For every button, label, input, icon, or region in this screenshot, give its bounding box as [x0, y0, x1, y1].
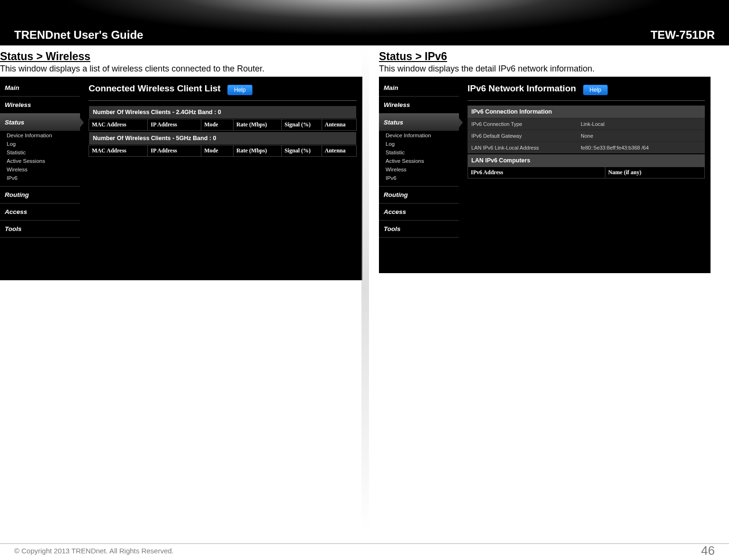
sidebar-item-routing[interactable]: Routing [0, 186, 80, 204]
section-desc-wireless: This window displays a list of wireless … [0, 64, 362, 74]
divider [89, 100, 357, 101]
sidebar-item-status[interactable]: Status [379, 114, 459, 131]
sidebar-item-routing[interactable]: Routing [379, 186, 459, 204]
product-model: TEW-751DR [650, 28, 715, 42]
info-key: IPv6 Default Gateway [468, 130, 577, 142]
column-divider [361, 45, 369, 532]
sidebar-sub[interactable]: Wireless [379, 165, 459, 174]
band-header-24: Number Of Wireless Clients - 2.4GHz Band… [89, 106, 357, 119]
sidebar-item-tools[interactable]: Tools [0, 221, 80, 238]
col-antenna: Antenna [322, 119, 356, 131]
sidebar-sub[interactable]: Device Information [379, 131, 459, 140]
panel-title: Connected Wireless Client List [89, 80, 221, 100]
panel-title: IPv6 Network Information [468, 80, 576, 100]
main-panel: Connected Wireless Client List Help Numb… [80, 77, 362, 280]
lan-ipv6-table: IPv6 Address Name (if any) [468, 167, 705, 178]
info-row: LAN IPv6 Link-Local Address fe80::5e33:8… [468, 142, 705, 153]
col-antenna: Antenna [322, 145, 356, 157]
sidebar-sub[interactable]: Statistic [379, 148, 459, 157]
col-mode: Mode [201, 119, 234, 131]
sidebar-item-main[interactable]: Main [0, 80, 80, 97]
col-mac: MAC Address [89, 119, 148, 131]
sidebar-item-wireless[interactable]: Wireless [379, 97, 459, 114]
section-desc-ipv6: This window displays the detail IPv6 net… [379, 64, 711, 74]
sidebar: Main Wireless Status Device Information … [0, 77, 80, 280]
section-title-ipv6: Status > IPv6 [379, 50, 711, 63]
sidebar-sub[interactable]: Log [379, 140, 459, 148]
col-ip: IP Address [148, 119, 201, 131]
divider [468, 100, 705, 101]
band-header-5: Number Of Wireless Clients - 5GHz Band :… [89, 132, 357, 145]
col-ip: IP Address [148, 145, 201, 157]
col-ipv6-address: IPv6 Address [468, 167, 605, 178]
sidebar-item-main[interactable]: Main [379, 80, 459, 97]
col-mac: MAC Address [89, 145, 148, 157]
sidebar: Main Wireless Status Device Information … [379, 77, 459, 273]
col-mode: Mode [201, 145, 234, 157]
sidebar-item-access[interactable]: Access [0, 204, 80, 221]
sidebar-sub[interactable]: Device Information [0, 131, 80, 140]
clients-table-5: MAC Address IP Address Mode Rate (Mbps) … [89, 145, 357, 157]
sidebar-item-status[interactable]: Status [0, 114, 80, 131]
sidebar-sub[interactable]: IPv6 [0, 174, 80, 182]
sidebar-sub[interactable]: Statistic [0, 148, 80, 157]
lan-ipv6-header: LAN IPv6 Computers [468, 154, 705, 167]
col-rate: Rate (Mbps) [234, 119, 282, 131]
sidebar-item-tools[interactable]: Tools [379, 221, 459, 238]
help-button[interactable]: Help [583, 85, 608, 95]
sidebar-sub[interactable]: Wireless [0, 165, 80, 174]
sidebar-sub[interactable]: Log [0, 140, 80, 148]
sidebar-sub[interactable]: Active Sessions [0, 157, 80, 165]
info-row: IPv6 Connection Type Link-Local [468, 118, 705, 130]
info-value: None [577, 130, 705, 142]
screenshot-wireless: Main Wireless Status Device Information … [0, 77, 362, 280]
screenshot-ipv6: Main Wireless Status Device Information … [379, 77, 711, 273]
info-value: Link-Local [577, 118, 705, 130]
page-footer: © Copyright 2013 TRENDnet. All Rights Re… [0, 543, 729, 555]
sidebar-sub[interactable]: Active Sessions [379, 157, 459, 165]
guide-title: TRENDnet User's Guide [14, 28, 143, 42]
page-header: TRENDnet User's Guide TEW-751DR [0, 0, 729, 45]
info-key: IPv6 Connection Type [468, 118, 577, 130]
col-name: Name (if any) [605, 167, 705, 178]
sidebar-sub[interactable]: IPv6 [379, 174, 459, 182]
info-row: IPv6 Default Gateway None [468, 130, 705, 142]
sidebar-item-access[interactable]: Access [379, 204, 459, 221]
info-key: LAN IPv6 Link-Local Address [468, 142, 577, 153]
page-number: 46 [701, 543, 715, 558]
copyright: © Copyright 2013 TRENDnet. All Rights Re… [14, 547, 174, 555]
col-signal: Signal (%) [281, 119, 322, 131]
col-rate: Rate (Mbps) [234, 145, 282, 157]
info-value: fe80::5e33:8eff:fe43:b368 /64 [577, 142, 705, 153]
clients-table-24: MAC Address IP Address Mode Rate (Mbps) … [89, 119, 357, 131]
sidebar-item-wireless[interactable]: Wireless [0, 97, 80, 114]
col-signal: Signal (%) [281, 145, 322, 157]
ipv6-info-header: IPv6 Connection Information [468, 106, 705, 118]
help-button[interactable]: Help [227, 85, 252, 95]
section-title-wireless: Status > Wireless [0, 50, 362, 63]
main-panel: IPv6 Network Information Help IPv6 Conne… [459, 77, 711, 273]
